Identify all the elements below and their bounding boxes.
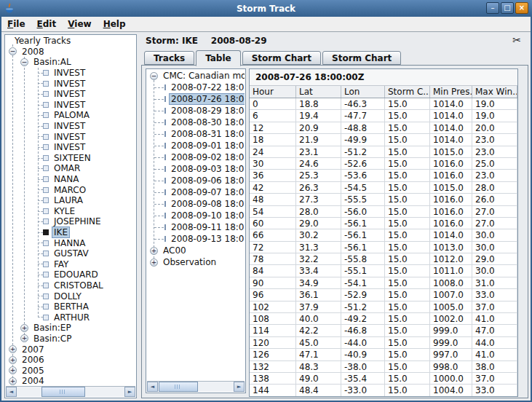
- tree-item-date[interactable]: 2008-08-31 18:0: [147, 128, 245, 140]
- tab[interactable]: Table: [196, 50, 241, 66]
- collapse-handle-icon[interactable]: [20, 58, 28, 66]
- column-header[interactable]: Lat: [296, 86, 341, 98]
- tree-item-model-cmc[interactable]: CMC: Canadian mode...: [147, 70, 245, 82]
- tree-item-year[interactable]: 2004: [6, 376, 135, 386]
- menu-item[interactable]: File: [1, 17, 31, 31]
- tree-item-storm[interactable]: IKE: [6, 227, 135, 238]
- column-header[interactable]: Max Win...: [472, 86, 517, 98]
- tree-item-date[interactable]: 2008-08-29 18:0: [147, 105, 245, 117]
- expand-handle-icon[interactable]: [9, 356, 17, 364]
- tree-item-year[interactable]: 2005: [6, 365, 135, 376]
- tree-item-storm[interactable]: BERTHA: [6, 302, 135, 312]
- expand-handle-icon[interactable]: [150, 259, 158, 267]
- tree-item-date[interactable]: 2008-09-07 18:0: [147, 186, 245, 198]
- table-row[interactable]: 90 34.9 -54.1 15.0 1008.0 31.0: [250, 277, 517, 289]
- tree-item-storm[interactable]: MARCO: [6, 184, 135, 195]
- tree-item-storm[interactable]: FAY: [6, 259, 135, 269]
- horizontal-scrollbar[interactable]: [147, 381, 245, 392]
- tree-item-storm[interactable]: KYLE: [6, 206, 135, 217]
- table-row[interactable]: 6 19.4 -47.7 15.0 1014.0 19.0: [250, 110, 517, 122]
- table-row[interactable]: 114 42.2 -46.8 15.0 999.0 47.0: [250, 325, 517, 336]
- tree-item-date[interactable]: 2008-07-22 18:0: [147, 82, 245, 93]
- close-button[interactable]: [515, 2, 528, 14]
- tab[interactable]: Storm Chart: [242, 51, 321, 65]
- horizontal-scrollbar[interactable]: [6, 386, 135, 397]
- table-row[interactable]: 18 21.9 -49.9 15.0 1014.0 23.0: [250, 134, 517, 146]
- collapse-handle-icon[interactable]: [9, 47, 17, 55]
- minimize-button[interactable]: [486, 2, 499, 14]
- menu-item[interactable]: View: [62, 17, 97, 31]
- scrollbar-track[interactable]: [158, 382, 234, 392]
- tree-item-storm[interactable]: JOSEPHINE: [6, 216, 135, 227]
- tree-item-date[interactable]: 2008-09-08 18:0: [147, 198, 245, 210]
- table-row[interactable]: 48 27.3 -55.5 15.0 1016.0 26.0: [250, 194, 517, 205]
- tree-item-storm[interactable]: PALOMA: [6, 110, 135, 121]
- expand-handle-icon[interactable]: [9, 345, 17, 353]
- table-row[interactable]: 72 31.3 -56.1 15.0 1013.0 30.0: [250, 242, 517, 253]
- tree-item-basin[interactable]: Basin:CP: [6, 334, 135, 344]
- scroll-right-icon[interactable]: [234, 382, 245, 392]
- table-row[interactable]: 144 48.4 -33.0 15.0 1004.0 33.0: [250, 385, 517, 396]
- table-row[interactable]: 126 47.1 -40.9 15.0 997.0 41.0: [250, 349, 517, 360]
- tree-item-storm[interactable]: INVEST: [6, 100, 135, 111]
- collapse-handle-icon[interactable]: [150, 72, 158, 80]
- tree-item-storm[interactable]: SIXTEEN: [6, 153, 135, 164]
- expand-handle-icon[interactable]: [150, 247, 158, 255]
- table-row[interactable]: 0 18.8 -46.3 15.0 1014.0 19.0: [250, 98, 517, 110]
- tree-item-year[interactable]: 2007: [6, 344, 135, 355]
- tree-item-year-2008[interactable]: 2008: [6, 47, 135, 58]
- column-header[interactable]: Lon: [341, 86, 385, 98]
- table-row[interactable]: 24 23.1 -51.2 15.0 1015.0 23.0: [250, 146, 517, 158]
- table-row[interactable]: 96 36.1 -52.9 15.0 1007.0 33.0: [250, 289, 517, 301]
- table-row[interactable]: 132 48.3 -38.0 15.0 998.0 38.0: [250, 361, 517, 373]
- tree-item-storm[interactable]: CRISTOBAL: [6, 280, 135, 291]
- tree-item-model[interactable]: Observation: [147, 256, 245, 268]
- tab[interactable]: Tracks: [144, 51, 194, 65]
- table-row[interactable]: 42 26.3 -54.5 15.0 1015.0 28.0: [250, 182, 517, 194]
- table-row[interactable]: 66 30.2 -56.1 15.0 1014.0 30.0: [250, 229, 517, 241]
- tree-item-date[interactable]: 2008-09-10 18:0: [147, 210, 245, 221]
- tree-item-basin-al[interactable]: Basin:AL: [6, 57, 135, 68]
- tab[interactable]: Storm Chart: [322, 51, 401, 65]
- table-row[interactable]: 54 28.0 -56.0 15.0 1016.0 27.0: [250, 206, 517, 218]
- table-row[interactable]: 78 32.2 -55.8 15.0 1012.0 29.0: [250, 253, 517, 265]
- tree-item-storm[interactable]: INVEST: [6, 68, 135, 79]
- scrollbar-thumb[interactable]: [159, 382, 198, 392]
- tree-item-root[interactable]: Yearly Tracks: [6, 36, 135, 47]
- tree-item-storm[interactable]: INVEST: [6, 89, 135, 100]
- tree-item-storm[interactable]: INVEST: [6, 121, 135, 132]
- scrollbar-track[interactable]: [17, 387, 124, 397]
- scroll-left-icon[interactable]: [147, 382, 158, 392]
- table-row[interactable]: 138 49.0 -35.4 15.0 1000.0 37.0: [250, 373, 517, 385]
- tree-item-date[interactable]: 2008-09-06 18:0: [147, 175, 245, 186]
- tree-item-storm[interactable]: EDOUARD: [6, 269, 135, 280]
- table-row[interactable]: 102 37.9 -51.2 15.0 1005.0 37.0: [250, 302, 517, 313]
- tree-item-storm[interactable]: LAURA: [6, 195, 135, 206]
- expand-handle-icon[interactable]: [9, 377, 17, 385]
- maximize-button[interactable]: [501, 2, 514, 14]
- table-row[interactable]: 36 25.3 -53.6 15.0 1016.0 23.0: [250, 170, 517, 181]
- column-header[interactable]: Hour: [250, 86, 296, 98]
- column-header[interactable]: Storm C...: [385, 86, 430, 98]
- tree-item-date[interactable]: 2008-08-30 18:0: [147, 117, 245, 128]
- scrollbar-thumb[interactable]: [41, 387, 85, 397]
- expand-handle-icon[interactable]: [20, 324, 28, 332]
- column-header[interactable]: Min Pres...: [430, 86, 472, 98]
- tree-item-date[interactable]: 2008-09-03 18:0: [147, 163, 245, 175]
- table-row[interactable]: 120 45.0 -44.0 15.0 999.0 44.0: [250, 337, 517, 349]
- table-row[interactable]: 60 29.0 -56.1 15.0 1016.0 27.0: [250, 218, 517, 229]
- tree-item-storm[interactable]: INVEST: [6, 78, 135, 89]
- tree-item-model[interactable]: AC00: [147, 245, 245, 256]
- scroll-right-icon[interactable]: [124, 387, 135, 397]
- tree-item-date[interactable]: 2008-09-01 18:0: [147, 140, 245, 151]
- tree-item-storm[interactable]: OMAR: [6, 163, 135, 174]
- tree-item-storm[interactable]: NANA: [6, 174, 135, 185]
- cut-icon[interactable]: [512, 34, 521, 46]
- tree-item-basin[interactable]: Basin:EP: [6, 323, 135, 334]
- tree-item-storm[interactable]: INVEST: [6, 131, 135, 142]
- tree-item-storm[interactable]: INVEST: [6, 142, 135, 153]
- table-row[interactable]: 12 20.9 -48.8 15.0 1014.0 20.0: [250, 122, 517, 134]
- tree-item-date[interactable]: 2008-09-11 18:0: [147, 221, 245, 233]
- tree-item-storm[interactable]: GUSTAV: [6, 248, 135, 259]
- tree-item-date[interactable]: 2008-07-26 18:0: [147, 93, 245, 105]
